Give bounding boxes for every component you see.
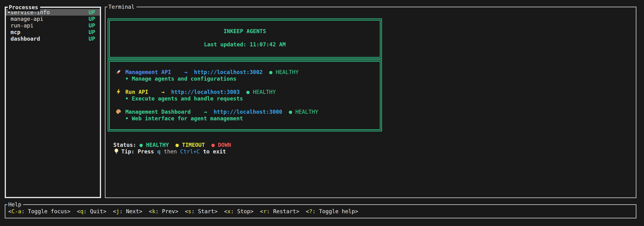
process-row-manage-api[interactable]: manage-api UP (6, 16, 100, 22)
help-key-toggle-help: ? (309, 208, 312, 214)
processes-panel: Processes •service-info UP manage-api UP… (5, 7, 101, 198)
gap (299, 208, 306, 214)
separator: : (21, 208, 28, 214)
help-label: Toggle help (319, 208, 355, 214)
last-updated: Last updated: 11:07:42 AM (110, 41, 380, 48)
help-label: Restart (273, 208, 296, 214)
service-row-management-api: Management API → http://localhost:3002 ●… (116, 69, 380, 75)
service-row-run-api: Run API → http://localhost:3003 ● HEALTH… (116, 89, 380, 95)
health-label: HEALTHY (253, 89, 276, 95)
health-dot-icon: ● (269, 69, 272, 75)
bracket: > (139, 208, 142, 214)
gap (179, 142, 182, 148)
bracket: > (175, 208, 178, 214)
help-label: Stop (237, 208, 250, 214)
service-description: • Execute agents and handle requests (116, 95, 380, 102)
process-name: mcp (10, 29, 20, 36)
tip-middle: then (164, 148, 177, 155)
palette-icon (116, 109, 122, 115)
bracket: > (296, 208, 299, 214)
help-label: Quit (90, 208, 103, 214)
service-url[interactable]: http://localhost:3002 (194, 69, 263, 75)
gap (191, 109, 204, 115)
bracket: < (149, 208, 152, 214)
bracket: > (250, 208, 254, 214)
bracket: < (224, 208, 227, 214)
gap (250, 89, 253, 95)
service-row-management-dashboard: Management Dashboard → http://localhost:… (116, 109, 380, 115)
gap (218, 208, 224, 214)
gap (282, 109, 289, 115)
process-row-mcp[interactable]: mcp UP (6, 29, 100, 36)
gap (116, 96, 125, 102)
process-status-badge: UP (88, 16, 95, 22)
process-name: manage-api (10, 16, 43, 22)
services-box: Management API → http://localhost:3002 ●… (108, 60, 382, 131)
bracket: > (103, 208, 106, 214)
separator: : (120, 208, 126, 214)
separator: : (192, 208, 198, 214)
selection-marker (7, 36, 10, 42)
separator: : (155, 208, 162, 214)
gap (142, 208, 149, 214)
arrow-icon: → (161, 89, 164, 95)
help-label: Toggle focus (28, 208, 67, 214)
separator: : (84, 208, 90, 214)
service-label: Management Dashboard (125, 109, 191, 115)
process-row-run-api[interactable]: run-api UP (6, 22, 100, 29)
health-label: HEALTHY (295, 109, 318, 115)
bullet-icon: • (125, 115, 129, 122)
status-legend: Status: ● HEALTHY ● TIMEOUT ● DOWN (113, 142, 231, 148)
service-description-text: Manage agents and configurations (132, 76, 236, 82)
gap (116, 76, 125, 82)
timeout-dot-icon: ● (176, 142, 179, 148)
help-label: Prev (162, 208, 175, 214)
tip-key-q: q (157, 148, 160, 155)
process-row-dashboard[interactable]: dashboard UP (6, 36, 100, 42)
blank-line (110, 35, 380, 41)
bulb-icon (113, 148, 120, 154)
bracket: < (185, 208, 188, 214)
terminal-panel: Terminal INKEEP AGENTS Last updated: 11:… (105, 7, 636, 198)
separator: : (312, 208, 319, 214)
gap (143, 142, 146, 148)
tip-prefix: Tip: Press (121, 148, 154, 155)
gap (70, 208, 77, 214)
gap (272, 69, 276, 75)
gap (178, 208, 185, 214)
gap (240, 89, 246, 95)
status-label: Status: (113, 142, 136, 148)
gap (200, 148, 203, 155)
process-list: •service-info UP manage-api UP run-api U… (6, 8, 100, 42)
selection-marker (7, 22, 10, 29)
bracket: < (77, 208, 80, 214)
help-key-start: s (188, 208, 192, 214)
blank-line (116, 82, 380, 89)
legend-timeout: TIMEOUT (182, 142, 205, 148)
service-url[interactable]: http://localhost:3003 (171, 89, 240, 95)
down-dot-icon: ● (212, 142, 215, 148)
gap (128, 115, 132, 122)
service-label: Run API (125, 89, 148, 95)
process-status-badge: UP (88, 9, 95, 16)
help-panel: Help <C-a: Toggle focus> <q: Quit> <j: N… (5, 204, 636, 218)
rocket-icon (116, 69, 122, 75)
bullet-icon: • (125, 76, 129, 82)
health-dot-icon: ● (246, 89, 250, 95)
gap (136, 142, 140, 148)
healthy-dot-icon: ● (140, 142, 143, 148)
gap (205, 142, 212, 148)
help-key-restart: r (263, 208, 266, 214)
help-key-next: j (116, 208, 120, 214)
selection-marker (7, 16, 10, 22)
bracket: < (306, 208, 309, 214)
process-status-badge: UP (88, 22, 95, 29)
service-url[interactable]: http://localhost:3000 (214, 109, 282, 115)
gap (177, 148, 180, 155)
gap (254, 208, 260, 214)
lightning-icon (116, 89, 122, 95)
blank-line (116, 102, 380, 109)
process-status-badge: UP (88, 29, 95, 36)
bracket: < (113, 208, 116, 214)
gap (263, 69, 269, 75)
